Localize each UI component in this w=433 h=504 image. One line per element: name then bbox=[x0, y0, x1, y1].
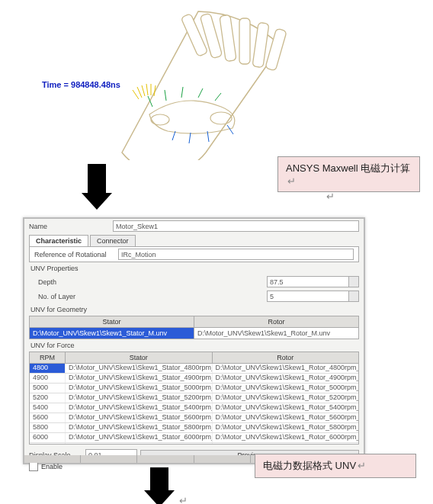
cell-stator[interactable]: D:\Motor_UNV\Skew1\Skew1_Stator_5400rpm_… bbox=[66, 403, 213, 413]
cell-rpm[interactable]: 5200 bbox=[30, 393, 66, 403]
cell-rpm[interactable]: 6000 bbox=[30, 433, 66, 442]
col-rotor: Rotor bbox=[213, 352, 359, 363]
geom-head-stator: Stator bbox=[30, 316, 194, 327]
geom-row[interactable]: D:\Motor_UNV\Skew1\Skew1_Stator_M.unv D:… bbox=[29, 328, 359, 339]
ref-input[interactable]: IRc_Motion bbox=[118, 249, 354, 260]
layers-input[interactable]: 5 bbox=[267, 291, 349, 302]
cell-rotor[interactable]: D:\Motor_UNV\Skew1\Skew1_Rotor_6000rpm_F… bbox=[213, 433, 359, 442]
cell-stator[interactable]: D:\Motor_UNV\Skew1\Skew1_Stator_4900rpm_… bbox=[66, 374, 213, 383]
cell-stator[interactable]: D:\Motor_UNV\Skew1\Skew1_Stator_5800rpm_… bbox=[66, 423, 213, 432]
unv-geom-title: UNV for Geometry bbox=[24, 303, 364, 316]
cell-rpm[interactable]: 5000 bbox=[30, 384, 66, 393]
cell-rpm[interactable]: 5800 bbox=[30, 423, 66, 432]
enable-checkbox[interactable] bbox=[29, 462, 38, 471]
depth-input[interactable]: 87.5 bbox=[267, 276, 349, 287]
layers-label: No. of Layer bbox=[29, 293, 122, 300]
cell-rpm[interactable]: 4900 bbox=[30, 374, 66, 383]
return-icon: ↵ bbox=[287, 175, 296, 187]
cell-rpm[interactable]: 5400 bbox=[30, 403, 66, 413]
time-label: Time = 984848.48ns bbox=[42, 80, 120, 89]
table-row[interactable]: 5600D:\Motor_UNV\Skew1\Skew1_Stator_5600… bbox=[30, 413, 358, 423]
force-grid-header: RPM Stator Rotor bbox=[30, 352, 358, 364]
cell-stator[interactable]: D:\Motor_UNV\Skew1\Skew1_Stator_5600rpm_… bbox=[66, 413, 213, 422]
motor-sketch bbox=[99, 0, 297, 160]
table-row[interactable]: 5000D:\Motor_UNV\Skew1\Skew1_Stator_5000… bbox=[30, 384, 358, 393]
table-row[interactable]: 5400D:\Motor_UNV\Skew1\Skew1_Stator_5400… bbox=[30, 403, 358, 413]
cell-stator[interactable]: D:\Motor_UNV\Skew1\Skew1_Stator_6200rpm_… bbox=[66, 443, 213, 445]
unv-force-title: UNV for Force bbox=[24, 339, 364, 352]
return-mark: ↵ bbox=[326, 191, 335, 202]
name-label: Name bbox=[29, 223, 113, 230]
cell-rpm[interactable]: 6200 bbox=[30, 443, 66, 445]
cell-rotor[interactable]: D:\Motor_UNV\Skew1\Skew1_Rotor_5400rpm_F… bbox=[213, 403, 359, 413]
geom-header: Stator Rotor bbox=[29, 316, 359, 328]
cell-rotor[interactable]: D:\Motor_UNV\Skew1\Skew1_Rotor_5600rpm_F… bbox=[213, 413, 359, 422]
callout-maxwell-text: ANSYS Maxwell 电磁力计算 bbox=[286, 162, 410, 174]
return-icon: ↵ bbox=[358, 460, 366, 471]
tab-connector[interactable]: Connector bbox=[90, 235, 136, 246]
cell-rotor[interactable]: D:\Motor_UNV\Skew1\Skew1_Rotor_4900rpm_F… bbox=[213, 374, 359, 383]
page: Time = 984848.48ns ANSYS Maxwell 电磁力计算↵ … bbox=[0, 0, 433, 504]
cell-stator[interactable]: D:\Motor_UNV\Skew1\Skew1_Stator_5200rpm_… bbox=[66, 393, 213, 403]
cell-rotor[interactable]: D:\Motor_UNV\Skew1\Skew1_Rotor_4800rpm_F… bbox=[213, 364, 359, 373]
callout-unv: 电磁力数据格式 UNV↵ bbox=[255, 454, 416, 478]
cell-rotor[interactable]: D:\Motor_UNV\Skew1\Skew1_Rotor_5000rpm_F… bbox=[213, 384, 359, 393]
flow-arrow-1 bbox=[88, 164, 112, 210]
svg-line-18 bbox=[137, 87, 142, 98]
cell-rotor[interactable]: D:\Motor_UNV\Skew1\Skew1_Rotor_6200rpm_F… bbox=[213, 443, 359, 445]
cell-stator[interactable]: D:\Motor_UNV\Skew1\Skew1_Stator_5000rpm_… bbox=[66, 384, 213, 393]
svg-line-19 bbox=[142, 85, 145, 96]
force-grid[interactable]: RPM Stator Rotor 4800D:\Motor_UNV\Skew1\… bbox=[29, 352, 359, 445]
cell-rotor[interactable]: D:\Motor_UNV\Skew1\Skew1_Rotor_5200rpm_F… bbox=[213, 393, 359, 403]
col-rpm: RPM bbox=[30, 352, 66, 363]
enable-label: Enable bbox=[41, 463, 63, 470]
tab-characteristic[interactable]: Characteristic bbox=[29, 235, 88, 246]
depth-label: Depth bbox=[29, 278, 122, 286]
callout-unv-text: 电磁力数据格式 UNV bbox=[263, 460, 356, 471]
table-row[interactable]: 6000D:\Motor_UNV\Skew1\Skew1_Stator_6000… bbox=[30, 433, 358, 443]
cell-rpm[interactable]: 4800 bbox=[30, 364, 66, 373]
cell-stator[interactable]: D:\Motor_UNV\Skew1\Skew1_Stator_4800rpm_… bbox=[66, 364, 213, 373]
table-row[interactable]: 6200D:\Motor_UNV\Skew1\Skew1_Stator_6200… bbox=[30, 443, 358, 445]
geom-rotor-cell[interactable]: D:\Motor_UNV\Skew1\Skew1_Rotor_M.unv bbox=[194, 328, 358, 339]
ref-label: Reference of Rotational bbox=[34, 251, 118, 258]
cell-rotor[interactable]: D:\Motor_UNV\Skew1\Skew1_Rotor_5800rpm_F… bbox=[213, 423, 359, 432]
cell-rpm[interactable]: 5600 bbox=[30, 413, 66, 422]
svg-line-20 bbox=[146, 84, 148, 95]
table-row[interactable]: 4900D:\Motor_UNV\Skew1\Skew1_Stator_4900… bbox=[30, 374, 358, 384]
svg-line-17 bbox=[133, 90, 139, 99]
layers-spinner[interactable] bbox=[348, 291, 359, 302]
return-mark: ↵ bbox=[179, 495, 188, 504]
svg-rect-3 bbox=[239, 18, 250, 64]
cell-stator[interactable]: D:\Motor_UNV\Skew1\Skew1_Stator_6000rpm_… bbox=[66, 433, 213, 442]
col-stator: Stator bbox=[66, 352, 213, 363]
unv-panel: Name Motor_Skew1 Characteristic Connecto… bbox=[23, 217, 365, 464]
table-row[interactable]: 5200D:\Motor_UNV\Skew1\Skew1_Stator_5200… bbox=[30, 393, 358, 403]
unv-props-title: UNV Properties bbox=[24, 262, 364, 274]
callout-maxwell: ANSYS Maxwell 电磁力计算↵ bbox=[277, 156, 420, 192]
flow-arrow-2 bbox=[150, 467, 175, 504]
geom-stator-cell[interactable]: D:\Motor_UNV\Skew1\Skew1_Stator_M.unv bbox=[30, 328, 194, 339]
name-input[interactable]: Motor_Skew1 bbox=[113, 220, 359, 232]
geom-head-rotor: Rotor bbox=[194, 316, 358, 327]
depth-spinner[interactable] bbox=[348, 276, 359, 287]
table-row[interactable]: 5800D:\Motor_UNV\Skew1\Skew1_Stator_5800… bbox=[30, 423, 358, 433]
table-row[interactable]: 4800D:\Motor_UNV\Skew1\Skew1_Stator_4800… bbox=[30, 364, 358, 374]
